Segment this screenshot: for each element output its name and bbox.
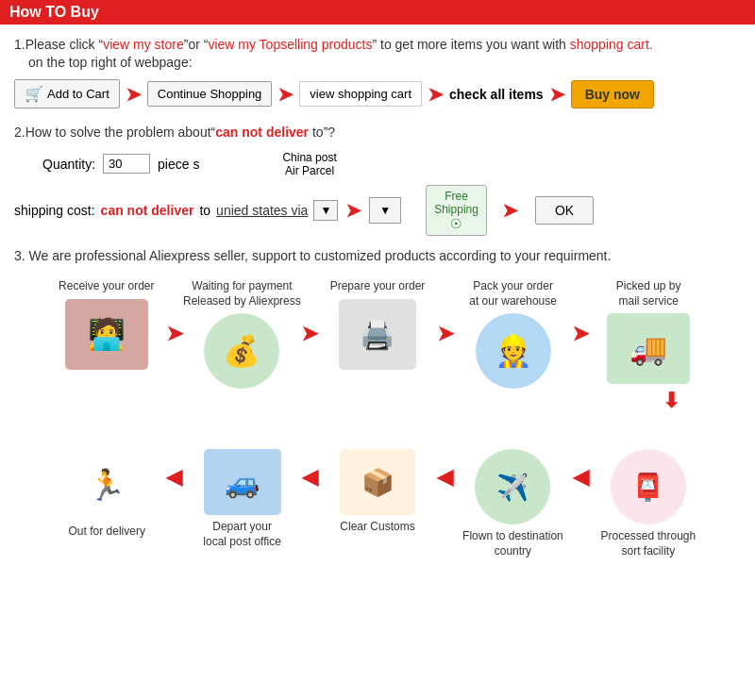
view-my-store-link[interactable]: view my store [103, 37, 184, 52]
arrow-r1-4: ➤ [572, 279, 589, 346]
cannot-deliver-text2: can not deliver [101, 203, 194, 218]
header-bar: How TO Buy [0, 0, 755, 25]
continue-shopping-button[interactable]: Continue Shopping [147, 81, 273, 107]
arrow-r2-2: ◀ [302, 413, 318, 490]
process-diagram: Receive your order 🧑‍💻 ➤ Waiting for pay… [47, 279, 708, 563]
quantity-label: Quantity: [42, 157, 95, 172]
process-item-flown: ✈️ Flown to destinationcountry [453, 413, 572, 563]
payment-label: Waiting for paymentReleased by Aliexpres… [183, 279, 301, 308]
pickup-label: Picked up bymail service [616, 279, 681, 308]
cart-icon: 🛒 [25, 85, 43, 103]
step3-content: We are professional Aliexpress seller, s… [29, 248, 612, 263]
view-topselling-link[interactable]: view my Topselling products [208, 37, 372, 52]
process-item-pickup: Picked up bymail service 🚚 [589, 279, 708, 384]
process-item-sort: 📮 Processed throughsort facility [589, 413, 708, 563]
free-shipping-line2: Shipping [434, 203, 478, 216]
cart-flow-row: 🛒 Add to Cart ➤ Continue Shopping ➤ view… [14, 79, 741, 108]
receive-icon: 🧑‍💻 [65, 299, 148, 370]
quantity-input[interactable] [103, 154, 150, 174]
via-dropdown[interactable]: ▼ [369, 197, 401, 224]
step2-number: 2. [14, 125, 25, 140]
step1-section: 1.Please click “view my store”or “view m… [14, 34, 741, 108]
process-item-prepare: Prepare your order 🖨️ [318, 279, 437, 370]
process-item-payment: Waiting for paymentReleased by Aliexpres… [183, 279, 302, 389]
sort-label: Processed throughsort facility [600, 529, 696, 558]
step3-number: 3. [14, 248, 25, 263]
step1-intro: Please click “ [25, 37, 103, 52]
process-item-delivery: 🏃 Out for delivery [47, 413, 166, 544]
arrow-r2-4: ◀ [573, 413, 589, 490]
piece-label: piece s [158, 157, 199, 172]
china-post-label: China post Air Parcel [282, 151, 336, 177]
delivery-icon: 🏃 [67, 449, 147, 520]
step1-or: ”or “ [184, 37, 209, 52]
main-content: 1.Please click “view my store”or “view m… [0, 25, 755, 574]
arrow2: ➤ [277, 83, 294, 106]
china-post-line2: Air Parcel [285, 164, 334, 177]
free-shipping-box: Free Shipping ☉ [426, 185, 487, 236]
pickup-icon: 🚚 [607, 313, 690, 384]
shipping-label: shipping cost: [14, 203, 95, 218]
prepare-icon: 🖨️ [339, 299, 416, 370]
add-to-cart-button[interactable]: 🛒 Add to Cart [14, 79, 120, 108]
step2-text: 2.How to solve the problem about“can not… [14, 122, 741, 142]
destination-dropdown[interactable]: ▼ [313, 200, 338, 221]
flown-icon: ✈️ [475, 449, 550, 525]
step1-number: 1. [14, 37, 25, 52]
arrow1: ➤ [126, 83, 142, 106]
process-item-pack: Pack your orderat our warehouse 👷 [454, 279, 573, 389]
process-item-depart: 🚙 Depart yourlocal post office [182, 413, 301, 554]
arrow-r2-3: ◀ [437, 413, 453, 490]
shipping-row: shipping cost: can not deliver to unied … [14, 185, 741, 236]
sort-icon: 📮 [611, 449, 686, 525]
quantity-row: Quantity: piece s China post Air Parcel [42, 151, 741, 177]
radio-dot-icon: ☉ [450, 216, 462, 231]
destination-link[interactable]: unied states via [216, 203, 308, 218]
arrow-r1-2: ➤ [301, 279, 318, 346]
step1-suffix: ” to get more items you want with shoppi… [372, 37, 652, 52]
shopping-cart-link[interactable]: shopping cart. [570, 37, 653, 52]
depart-label: Depart yourlocal post office [203, 520, 281, 549]
cannot-deliver-text1: can not deliver [215, 125, 309, 140]
step2-intro: How to solve the problem about“ [25, 125, 216, 140]
free-shipping-line1: Free [445, 190, 468, 203]
buy-now-button[interactable]: Buy now [571, 80, 654, 108]
process-item-receive: Receive your order 🧑‍💻 [47, 279, 166, 370]
header-title: How TO Buy [9, 4, 99, 21]
prepare-label: Prepare your order [330, 279, 426, 294]
process-row2: 🏃 Out for delivery ◀ 🚙 Depart yourlocal … [47, 413, 708, 563]
customs-label: Clear Customs [340, 520, 414, 535]
arrow-r2-1: ◀ [166, 413, 182, 490]
china-post-line1: China post [282, 151, 336, 164]
process-row1: Receive your order 🧑‍💻 ➤ Waiting for pay… [47, 279, 708, 389]
free-shipping-and-ok: Free Shipping ☉ [426, 185, 487, 236]
pack-icon: 👷 [476, 313, 551, 389]
arrow-r1-1: ➤ [166, 279, 183, 346]
flown-label: Flown to destinationcountry [462, 529, 563, 558]
process-item-customs: 📦 Clear Customs [318, 413, 437, 540]
via-dropdown-arrow-icon: ▼ [379, 204, 391, 217]
step2-section: 2.How to solve the problem about“can not… [14, 122, 741, 235]
depart-icon: 🚙 [204, 449, 281, 515]
step3-text: 3. We are professional Aliexpress seller… [14, 245, 741, 266]
shipping-arrow2: ➤ [502, 199, 518, 222]
down-arrow: ⬇ [47, 389, 708, 413]
arrow4: ➤ [549, 83, 565, 106]
step1-text: 1.Please click “view my store”or “view m… [14, 34, 741, 55]
step2-to: to”? [309, 125, 335, 140]
ok-button[interactable]: OK [535, 196, 594, 225]
dropdown-arrow-icon: ▼ [320, 204, 331, 217]
add-to-cart-label: Add to Cart [47, 87, 109, 101]
step3-section: 3. We are professional Aliexpress seller… [14, 245, 741, 266]
customs-icon: 📦 [340, 449, 415, 515]
receive-label: Receive your order [59, 279, 154, 294]
check-all-items-button[interactable]: check all items [449, 87, 544, 102]
arrow-r1-3: ➤ [437, 279, 454, 346]
arrow3: ➤ [428, 83, 444, 106]
payment-icon: 💰 [204, 313, 279, 389]
step1-subtext: on the top right of webpage: [28, 55, 741, 70]
view-shopping-cart-button[interactable]: view shopping cart [299, 81, 422, 107]
pack-label: Pack your orderat our warehouse [469, 279, 557, 308]
shipping-arrow1: ➤ [345, 199, 361, 222]
delivery-label: Out for delivery [69, 525, 145, 540]
